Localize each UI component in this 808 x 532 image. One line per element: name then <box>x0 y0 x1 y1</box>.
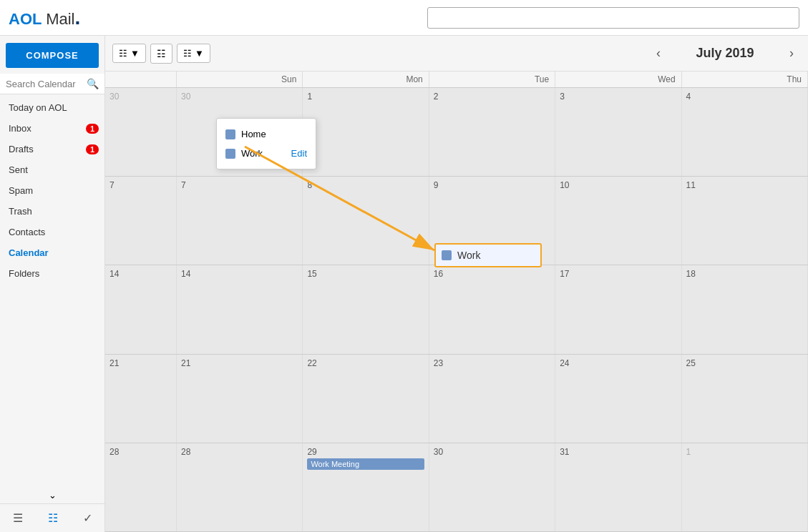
week-grid-icon: ☷ <box>119 48 127 59</box>
week2-wed[interactable]: 10 <box>555 177 681 265</box>
week3-tue[interactable]: 16 <box>429 265 555 353</box>
calendar-row-week1: 30 30 1 2 3 4 <box>105 88 808 177</box>
week5-tue[interactable]: 30 <box>429 443 555 531</box>
date-label: 1 <box>307 92 312 102</box>
next-month-button[interactable]: › <box>782 43 801 64</box>
chevron-down-icon: ⌄ <box>49 490 57 501</box>
date-label: 16 <box>434 269 443 279</box>
week5-sun[interactable]: 28 <box>177 443 303 531</box>
week3-sun[interactable]: 14 <box>177 265 303 353</box>
week2-thu[interactable]: 11 <box>682 177 808 265</box>
week4-num: 21 <box>109 358 119 368</box>
date-label: 17 <box>560 269 569 279</box>
week5-thu[interactable]: 1 <box>682 443 808 531</box>
sidebar-item-spam[interactable]: Spam <box>0 180 104 201</box>
sidebar-item-today[interactable]: Today on AOL <box>0 97 104 118</box>
week3-label-cell: 14 <box>105 265 177 353</box>
app-body: COMPOSE 🔍 Today on AOL Inbox 1 Drafts 1 … <box>0 36 808 532</box>
week3-thu[interactable]: 18 <box>682 265 808 353</box>
caret-down-icon2: ▼ <box>195 48 204 59</box>
sidebar-item-label: Spam <box>9 185 33 196</box>
tasks-view-button[interactable]: ✓ <box>77 508 98 528</box>
calendar-popup: Home Work Edit <box>216 118 316 169</box>
sidebar-item-contacts[interactable]: Contacts <box>0 222 104 242</box>
week1-mon[interactable]: 1 <box>303 88 429 176</box>
popup-work-label: Work <box>241 148 263 159</box>
search-calendar-bar: 🔍 <box>0 74 104 94</box>
work-event-color-box <box>442 250 452 260</box>
date-label: 18 <box>686 269 696 279</box>
date-label: 8 <box>307 180 312 190</box>
sun-header: Sun <box>177 72 303 87</box>
mail-view-button[interactable]: ☰ <box>7 508 29 528</box>
calendar-toolbar: ☷ ▼ ☷ ☷ ▼ ‹ July 2019 › <box>105 36 808 72</box>
sidebar-item-label: Folders <box>9 268 39 279</box>
day-view-button[interactable]: ☷ ▼ <box>177 44 210 63</box>
week4-mon[interactable]: 22 <box>303 355 429 443</box>
sidebar-item-drafts[interactable]: Drafts 1 <box>0 139 104 159</box>
date-label: 23 <box>434 358 443 368</box>
date-label: 22 <box>307 358 316 368</box>
sidebar-item-sent[interactable]: Sent <box>0 159 104 180</box>
work-event-label: Work <box>457 250 480 261</box>
date-label: 28 <box>181 447 190 457</box>
sidebar-item-inbox[interactable]: Inbox 1 <box>0 118 104 139</box>
inbox-badge: 1 <box>86 124 99 134</box>
week4-thu[interactable]: 25 <box>682 355 808 443</box>
drafts-badge: 1 <box>86 144 99 154</box>
week2-mon[interactable]: 8 <box>303 177 429 265</box>
date-label: 3 <box>560 92 565 102</box>
week5-mon[interactable]: 29 Work Meeting <box>303 443 429 531</box>
popup-home-label: Home <box>241 129 266 139</box>
tue-header: Tue <box>429 72 555 87</box>
popup-home-item[interactable]: Home <box>217 124 316 144</box>
date-label: 1 <box>686 447 691 457</box>
calendar-view-button[interactable]: ☷ <box>42 508 64 528</box>
header-search-input[interactable] <box>427 7 799 29</box>
week4-tue[interactable]: 23 <box>429 355 555 443</box>
search-calendar-input[interactable] <box>6 79 87 89</box>
prev-month-button[interactable]: ‹ <box>649 43 668 64</box>
work-event-highlighted[interactable]: Work <box>434 243 542 267</box>
sidebar-expand-arrow[interactable]: ⌄ <box>0 487 104 503</box>
week4-sun[interactable]: 21 <box>177 355 303 443</box>
sidebar-item-label: Calendar <box>9 247 49 258</box>
mail-text: Mail <box>46 10 74 28</box>
sidebar: COMPOSE 🔍 Today on AOL Inbox 1 Drafts 1 … <box>0 36 105 532</box>
popup-edit-link[interactable]: Edit <box>291 148 307 159</box>
week5-wed[interactable]: 31 <box>555 443 681 531</box>
week3-wed[interactable]: 17 <box>555 265 681 353</box>
logo-dot: . <box>75 6 81 29</box>
week3-mon[interactable]: 15 <box>303 265 429 353</box>
compose-button[interactable]: COMPOSE <box>6 43 99 68</box>
wed-header: Wed <box>555 72 681 87</box>
sidebar-item-trash[interactable]: Trash <box>0 201 104 222</box>
week1-wed[interactable]: 3 <box>555 88 681 176</box>
week-view-button[interactable]: ☷ ▼ <box>112 44 146 63</box>
sidebar-item-label: Sent <box>9 164 28 175</box>
popup-work-item[interactable]: Work Edit <box>217 144 316 163</box>
date-label: 24 <box>560 358 569 368</box>
week2-label-cell: 7 <box>105 177 177 265</box>
date-label: 2 <box>434 92 439 102</box>
week2-sun[interactable]: 7 <box>177 177 303 265</box>
calendar-rows: 30 30 1 2 3 4 7 7 8 9 10 1 <box>105 88 808 532</box>
week1-num: 30 <box>109 92 119 102</box>
date-label: 30 <box>181 92 190 102</box>
week1-tue[interactable]: 2 <box>429 88 555 176</box>
search-icon: 🔍 <box>87 78 99 89</box>
month-view-button[interactable]: ☷ <box>150 44 172 64</box>
date-label: 7 <box>181 180 186 190</box>
week4-wed[interactable]: 24 <box>555 355 681 443</box>
calendar-grid: Sun Mon Tue Wed Thu 30 30 1 2 3 4 7 <box>105 72 808 532</box>
sidebar-item-label: Inbox <box>9 123 31 134</box>
thu-header: Thu <box>682 72 808 87</box>
work-meeting-event[interactable]: Work Meeting <box>307 458 424 470</box>
date-label: 11 <box>686 180 696 190</box>
date-label: 29 <box>307 447 316 457</box>
sidebar-item-folders[interactable]: Folders <box>0 263 104 284</box>
date-label: 14 <box>181 269 190 279</box>
sidebar-item-calendar[interactable]: Calendar <box>0 242 104 263</box>
week1-thu[interactable]: 4 <box>682 88 808 176</box>
week3-num: 14 <box>109 269 119 279</box>
